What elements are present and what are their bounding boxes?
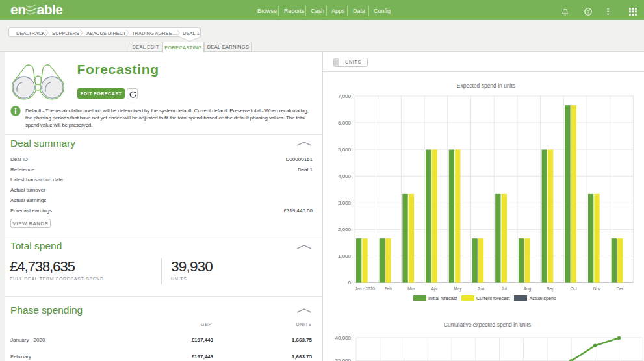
svg-text:1,000: 1,000 (338, 253, 352, 259)
svg-text:?: ? (587, 9, 589, 15)
svg-text:0: 0 (348, 280, 352, 286)
svg-text:Aug: Aug (524, 286, 532, 292)
svg-text:Initial forecast: Initial forecast (428, 295, 457, 301)
svg-text:7,000: 7,000 (338, 93, 352, 99)
svg-text:Cumulative expected spend in u: Cumulative expected spend in units (444, 321, 531, 328)
svg-text:Current forecast: Current forecast (476, 295, 510, 301)
svg-text:Apr: Apr (431, 286, 439, 292)
svg-text:Jun: Jun (478, 286, 485, 291)
svg-text:Dec: Dec (616, 286, 624, 291)
svg-text:Nov: Nov (593, 286, 601, 291)
svg-text:6,000: 6,000 (338, 120, 352, 126)
svg-text:5,000: 5,000 (338, 147, 352, 153)
svg-text:40,000: 40,000 (335, 335, 352, 341)
svg-text:Sep: Sep (547, 286, 554, 292)
svg-text:Oct: Oct (571, 286, 577, 291)
svg-text:35,000: 35,000 (335, 358, 352, 361)
svg-text:3,000: 3,000 (338, 200, 352, 206)
svg-text:2,000: 2,000 (338, 227, 352, 232)
svg-text:Mar: Mar (407, 286, 415, 291)
svg-text:May: May (454, 286, 462, 292)
svg-text:Feb: Feb (385, 286, 393, 291)
svg-text:Jan · 2020: Jan · 2020 (355, 286, 375, 291)
svg-text:Jul: Jul (502, 286, 508, 291)
svg-text:Expected spend in units: Expected spend in units (457, 82, 515, 89)
svg-text:4,000: 4,000 (338, 173, 352, 179)
svg-text:Actual spend: Actual spend (530, 295, 557, 301)
